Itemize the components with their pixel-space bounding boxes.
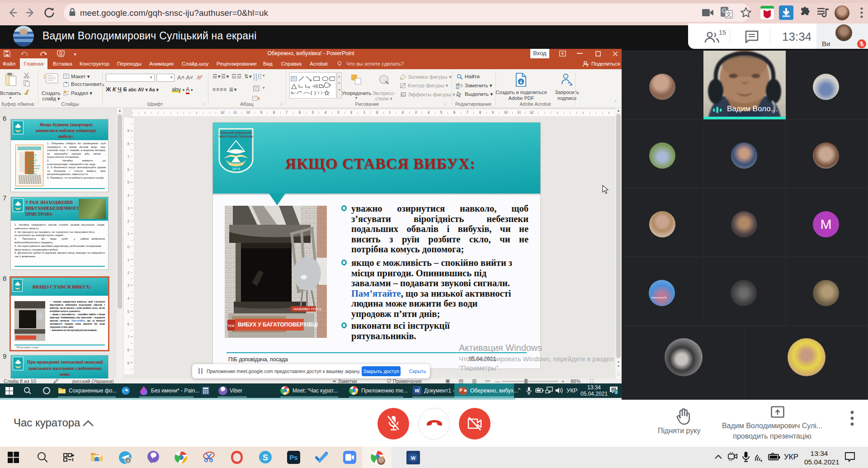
svg-text:4: 4 bbox=[127, 459, 129, 463]
svg-text:S: S bbox=[263, 453, 268, 462]
svg-text:ВИБУХ У БАГАТОПОВЕРХІВЦІ: ВИБУХ У БАГАТОПОВЕРХІВЦІ bbox=[238, 321, 318, 328]
svg-text:W: W bbox=[411, 455, 416, 461]
svg-text:文: 文 bbox=[726, 11, 732, 18]
svg-text:ac: ac bbox=[456, 85, 460, 89]
svg-text:Київський університет: Київський університет bbox=[220, 131, 252, 135]
svg-text:1874: 1874 bbox=[232, 167, 240, 171]
svg-text:P: P bbox=[459, 388, 462, 393]
svg-text:15: 15 bbox=[719, 29, 726, 36]
svg-text:НАЖИВО СПЕЦ: НАЖИВО СПЕЦ bbox=[293, 307, 321, 311]
svg-text:імені Бориса Грінченка: імені Бориса Грінченка bbox=[219, 135, 253, 138]
svg-text:2: 2 bbox=[615, 390, 617, 395]
svg-text:W: W bbox=[415, 388, 420, 393]
svg-text:тсн: тсн bbox=[228, 323, 235, 328]
